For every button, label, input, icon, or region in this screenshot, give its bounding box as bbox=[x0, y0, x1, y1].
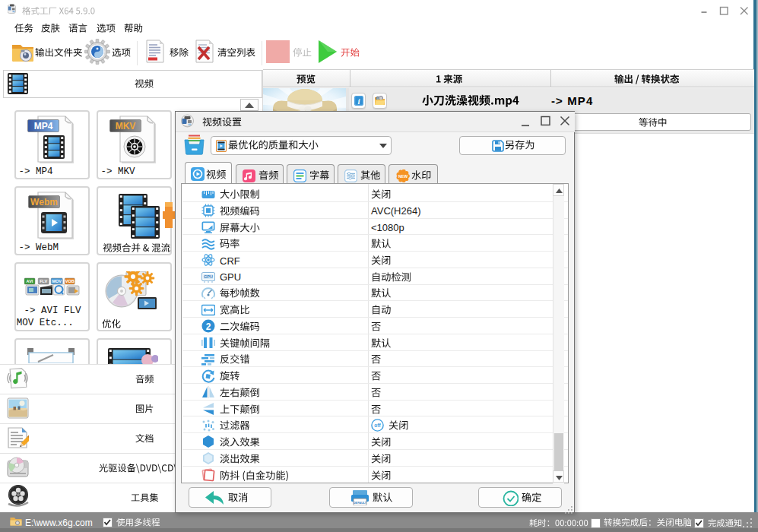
svg-text:Webm: Webm bbox=[30, 197, 58, 207]
svg-text:2: 2 bbox=[206, 321, 211, 332]
svg-text:MOV: MOV bbox=[52, 279, 62, 283]
svg-text:off: off bbox=[374, 423, 381, 428]
svg-text:MP4: MP4 bbox=[34, 121, 53, 131]
svg-text:AVI: AVI bbox=[26, 279, 33, 283]
svg-text:MKV: MKV bbox=[116, 121, 136, 131]
svg-text:FLV: FLV bbox=[40, 279, 47, 283]
svg-text:DEFAULT: DEFAULT bbox=[354, 502, 367, 505]
svg-text:GPU: GPU bbox=[204, 274, 213, 279]
svg-text:NEW: NEW bbox=[398, 174, 408, 179]
svg-text:VOB: VOB bbox=[65, 279, 75, 283]
